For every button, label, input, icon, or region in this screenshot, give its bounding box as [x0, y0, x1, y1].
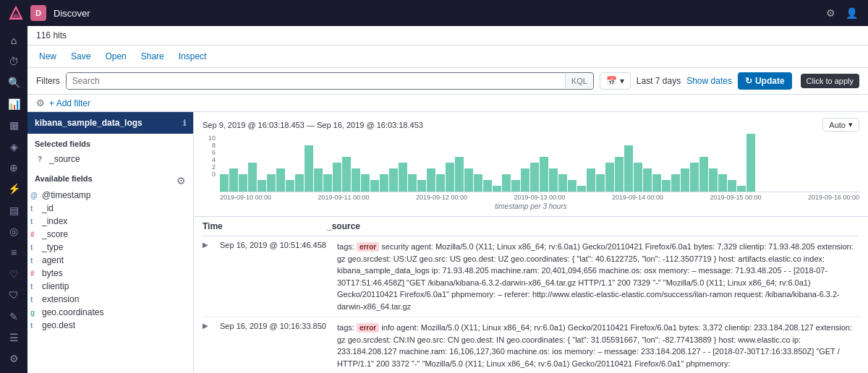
date-picker-button[interactable]: 📅 ▾: [600, 72, 631, 90]
new-button[interactable]: New: [36, 50, 59, 63]
search-wrap: KQL: [66, 72, 594, 90]
histogram-chart[interactable]: [220, 134, 859, 192]
toolbar: New Save Open Share Inspect: [27, 46, 868, 68]
update-button[interactable]: ↻ Update: [738, 72, 792, 90]
field-item-agent[interactable]: t agent: [27, 254, 193, 267]
expand-row-0-button[interactable]: ▶: [203, 241, 211, 249]
table-row-0: ▶ Sep 16, 2019 @ 10:51:46.458 tags: erro…: [203, 236, 859, 317]
gear-icon[interactable]: ⚙: [36, 98, 45, 108]
search-input[interactable]: [67, 73, 565, 89]
field-item-source[interactable]: ? _source: [35, 153, 186, 166]
app-icon: D: [30, 5, 46, 21]
table-header: Time _source: [203, 217, 859, 236]
layout: ⌂ ⏱ 🔍 📊 ▦ ◈ ⊕ ⚡ ▤ ◎ ≡ ♡ 🛡 ✎ ☰ ⚙ 116 hits…: [0, 26, 868, 373]
field-item-score[interactable]: # _score: [27, 228, 193, 241]
show-dates-button[interactable]: Show dates: [686, 76, 732, 86]
chevron-down-icon: ▾: [620, 76, 624, 86]
field-item-extension[interactable]: t extension: [27, 293, 193, 306]
field-item-timestamp[interactable]: @ @timestamp: [27, 189, 193, 202]
field-item-geo-coordinates[interactable]: g geo.coordinates: [27, 306, 193, 319]
nav-visualize[interactable]: 📊: [4, 95, 24, 112]
field-type-hash: #: [30, 231, 39, 239]
field-type-geo: g: [30, 309, 39, 317]
chart-y-axis: 10 8 6 4 2 0: [203, 134, 217, 178]
index-pattern[interactable]: kibana_sample_data_logs ℹ: [27, 112, 193, 134]
interval-select[interactable]: Auto ▾: [822, 118, 859, 132]
field-type-hash2: #: [30, 270, 39, 278]
time-range-display: Last 7 days: [637, 76, 681, 86]
nav-management[interactable]: ⚙: [4, 351, 24, 367]
table-row-1: ▶ Sep 16, 2019 @ 10:16:33.850 tags: erro…: [203, 317, 859, 373]
open-button[interactable]: Open: [102, 50, 129, 63]
tooltip-bubble: Click to apply: [801, 74, 859, 88]
kql-badge[interactable]: KQL: [565, 74, 593, 88]
sidebar-nav: ⌂ ⏱ 🔍 📊 ▦ ◈ ⊕ ⚡ ▤ ◎ ≡ ♡ 🛡 ✎ ☰ ⚙: [0, 26, 27, 373]
field-item-geo-dest[interactable]: t geo.dest: [27, 319, 193, 332]
col-source-header: _source: [327, 221, 859, 231]
nav-ml[interactable]: ⚡: [4, 181, 24, 197]
field-name-source: _source: [49, 154, 80, 164]
chart-x-title: timestamp per 3 hours: [203, 202, 859, 210]
row-source-text-1: info agent: Mozilla/5.0 (X11; Linux x86_…: [337, 323, 852, 368]
nav-siem[interactable]: 🛡: [4, 287, 24, 304]
col-time-header: Time: [203, 221, 318, 231]
table-row-data-0: ▶ Sep 16, 2019 @ 10:51:46.458 tags: erro…: [203, 236, 859, 317]
tag-error-1: error: [357, 323, 379, 333]
index-pattern-info-icon[interactable]: ℹ: [183, 119, 186, 128]
nav-maps[interactable]: ⊕: [4, 159, 24, 176]
inspect-button[interactable]: Inspect: [176, 50, 210, 63]
chart-area: Sep 9, 2019 @ 16:03:18.453 — Sep 16, 201…: [194, 112, 868, 217]
tag-error-0: error: [357, 242, 379, 252]
field-type-t4: t: [30, 257, 39, 265]
hits-label: hits: [53, 30, 67, 40]
top-bar: D Discover ⚙ 👤: [0, 0, 868, 26]
nav-home[interactable]: ⌂: [4, 32, 24, 48]
field-item-bytes[interactable]: # bytes: [27, 267, 193, 280]
content-area: kibana_sample_data_logs ℹ Selected field…: [27, 112, 868, 373]
row-source-0: tags: error security agent: Mozilla/5.0 …: [337, 241, 859, 312]
right-panel: Sep 9, 2019 @ 16:03:18.453 — Sep 16, 201…: [194, 112, 868, 373]
main-content: 116 hits New Save Open Share Inspect Fil…: [27, 26, 868, 373]
nav-infra[interactable]: ▤: [4, 202, 24, 218]
field-item-type[interactable]: t _type: [27, 241, 193, 254]
filter-bar: Filters KQL 📅 ▾ Last 7 days Show dates ↻…: [27, 68, 868, 95]
field-type-t6: t: [30, 296, 39, 304]
field-item-id[interactable]: t _id: [27, 202, 193, 215]
nav-apm[interactable]: ◎: [4, 223, 24, 239]
add-filter-button[interactable]: + Add filter: [49, 98, 90, 108]
row-source-1: tags: error info agent: Mozilla/5.0 (X11…: [337, 322, 859, 369]
nav-logs[interactable]: ≡: [4, 244, 24, 261]
app-title: Discover: [54, 8, 817, 19]
field-item-index[interactable]: t _index: [27, 215, 193, 228]
chart-x-labels: 2019-09-10 00:00 2019-09-11 00:00 2019-0…: [220, 194, 859, 201]
nav-uptime[interactable]: ♡: [4, 265, 24, 282]
table-area: Time _source ▶ Sep 16, 2019 @ 10:51:46.4…: [194, 217, 868, 373]
nav-dashboard[interactable]: ▦: [4, 117, 24, 134]
share-button[interactable]: Share: [138, 50, 167, 63]
settings-icon-btn[interactable]: ⚙: [825, 6, 837, 20]
field-type-t2: t: [30, 218, 39, 226]
user-icon-btn[interactable]: 👤: [844, 6, 859, 20]
row-time-0: Sep 16, 2019 @ 10:51:46.458: [220, 241, 328, 249]
row-source-text-0: security agent: Mozilla/5.0 (X11; Linux …: [337, 242, 854, 311]
field-item-clientip[interactable]: t clientip: [27, 280, 193, 293]
selected-fields-title: Selected fields: [35, 140, 186, 148]
field-type-t: t: [30, 205, 39, 213]
available-fields-header: Available fields ⚙: [27, 171, 193, 189]
expand-row-1-button[interactable]: ▶: [203, 322, 211, 330]
field-type-at: @: [30, 192, 39, 200]
nav-stack-monitoring[interactable]: ☰: [4, 329, 24, 346]
chart-header: Sep 9, 2019 @ 16:03:18.453 — Sep 16, 201…: [203, 118, 859, 132]
chevron-down-icon2: ▾: [848, 120, 853, 129]
nav-clock[interactable]: ⏱: [4, 53, 24, 69]
index-pattern-name: kibana_sample_data_logs: [35, 118, 142, 128]
selected-fields-section: Selected fields ? _source: [27, 134, 193, 171]
kibana-logo: [9, 6, 23, 20]
field-type-t5: t: [30, 283, 39, 291]
settings-icon[interactable]: ⚙: [176, 175, 186, 186]
hits-bar: 116 hits: [27, 26, 868, 46]
save-button[interactable]: Save: [68, 50, 93, 63]
nav-dev-tools[interactable]: ✎: [4, 308, 24, 325]
nav-canvas[interactable]: ◈: [4, 138, 24, 155]
nav-discover[interactable]: 🔍: [4, 74, 24, 91]
